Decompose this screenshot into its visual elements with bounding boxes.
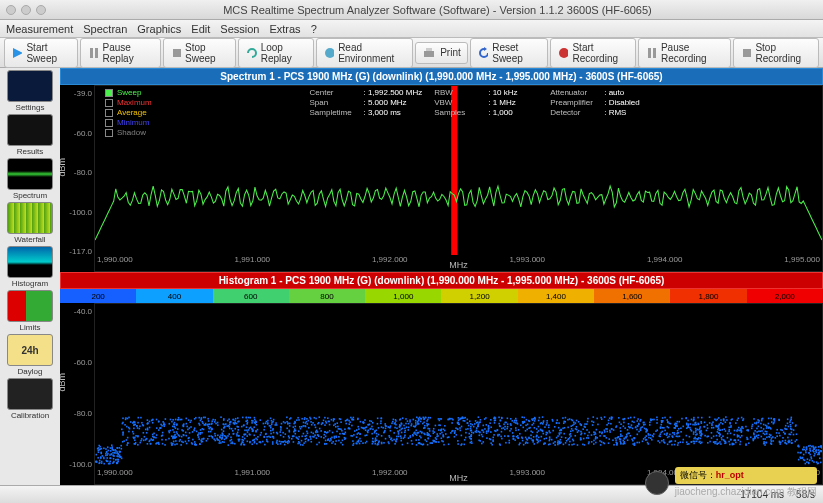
print-button[interactable]: Print <box>415 42 468 64</box>
zoom-icon[interactable] <box>36 5 46 15</box>
start-recording-button[interactable]: Start Recording <box>550 38 637 68</box>
svg-rect-217 <box>234 443 236 445</box>
svg-rect-154 <box>335 436 337 438</box>
legend-sweep[interactable]: Sweep <box>105 88 152 97</box>
menu-edit[interactable]: Edit <box>191 23 210 35</box>
svg-rect-2201 <box>580 434 582 436</box>
histogram-plot[interactable]: dBm -40.0 -60.0 -80.0 -100.0 1,990.000 1… <box>60 303 823 485</box>
legend-shadow[interactable]: Shadow <box>105 128 152 137</box>
svg-rect-377 <box>534 427 536 429</box>
pause-replay-button[interactable]: Pause Replay <box>80 38 161 68</box>
menu-measurement[interactable]: Measurement <box>6 23 73 35</box>
svg-rect-48 <box>475 420 477 422</box>
svg-rect-1611 <box>563 433 565 435</box>
svg-rect-755 <box>214 421 216 423</box>
svg-rect-763 <box>643 438 645 440</box>
svg-rect-606 <box>311 432 313 434</box>
sidebar-item-calibration[interactable]: Calibration <box>3 378 57 420</box>
svg-rect-120 <box>223 431 225 433</box>
svg-rect-1682 <box>470 436 472 438</box>
svg-rect-1822 <box>323 437 325 439</box>
sidebar-item-spectrum[interactable]: Spectrum <box>3 158 57 200</box>
spectrum-canvas[interactable]: Sweep Maximum Average Minimum Shadow Cen… <box>94 85 823 272</box>
svg-rect-1106 <box>632 444 634 446</box>
svg-rect-2122 <box>156 435 158 437</box>
menu-graphics[interactable]: Graphics <box>137 23 181 35</box>
svg-rect-2103 <box>763 443 765 445</box>
svg-rect-695 <box>479 432 481 434</box>
svg-rect-2146 <box>677 432 679 434</box>
svg-rect-1154 <box>560 442 562 444</box>
legend-minimum[interactable]: Minimum <box>105 118 152 127</box>
svg-rect-1057 <box>820 450 822 452</box>
menu-extras[interactable]: Extras <box>269 23 300 35</box>
svg-rect-1972 <box>478 431 480 433</box>
checkbox-icon[interactable] <box>105 119 113 127</box>
checkbox-icon[interactable] <box>105 89 113 97</box>
svg-rect-1893 <box>779 435 781 437</box>
svg-rect-1543 <box>698 437 700 439</box>
legend-average[interactable]: Average <box>105 108 152 117</box>
svg-rect-1365 <box>305 441 307 443</box>
sidebar-item-results[interactable]: Results <box>3 114 57 156</box>
svg-rect-73 <box>512 432 514 434</box>
svg-rect-1096 <box>270 425 272 427</box>
svg-rect-2020 <box>459 428 461 430</box>
checkbox-icon[interactable] <box>105 99 113 107</box>
svg-rect-1951 <box>620 442 622 444</box>
svg-rect-1056 <box>246 423 248 425</box>
menubar: Measurement Spectran Graphics Edit Sessi… <box>0 20 823 38</box>
svg-rect-224 <box>199 444 201 446</box>
svg-rect-407 <box>298 419 300 421</box>
svg-rect-2022 <box>657 440 659 442</box>
svg-rect-823 <box>301 440 303 442</box>
xtick: 1,990.000 <box>97 255 133 271</box>
svg-rect-1947 <box>243 444 245 446</box>
svg-rect-267 <box>700 438 702 440</box>
menu-session[interactable]: Session <box>220 23 259 35</box>
spectrum-yaxis: -39.0 -60.0 -80.0 -100.0 -117.0 <box>60 85 94 272</box>
loop-replay-button[interactable]: Loop Replay <box>238 38 313 68</box>
svg-rect-804 <box>561 437 563 439</box>
legend-maximum[interactable]: Maximum <box>105 98 152 107</box>
svg-rect-1919 <box>768 427 770 429</box>
svg-rect-1663 <box>488 426 490 428</box>
stop-sweep-button[interactable]: Stop Sweep <box>163 38 237 68</box>
svg-rect-1454 <box>185 435 187 437</box>
svg-rect-1316 <box>640 427 642 429</box>
menu-help[interactable]: ? <box>311 23 317 35</box>
checkbox-icon[interactable] <box>105 109 113 117</box>
sidebar-item-settings[interactable]: Settings <box>3 70 57 112</box>
read-environment-button[interactable]: Read Environment <box>316 38 414 68</box>
svg-rect-916 <box>177 429 179 431</box>
start-sweep-button[interactable]: Start Sweep <box>4 38 78 68</box>
window-controls[interactable] <box>6 5 46 15</box>
sidebar-item-daylog[interactable]: 24hDaylog <box>3 334 57 376</box>
sidebar-item-histogram[interactable]: Histogram <box>3 246 57 288</box>
stop-recording-button[interactable]: Stop Recording <box>733 38 819 68</box>
svg-rect-1364 <box>495 420 497 422</box>
svg-rect-648 <box>805 463 807 465</box>
svg-rect-1072 <box>606 428 608 430</box>
svg-rect-1923 <box>345 423 347 425</box>
svg-rect-1931 <box>591 435 593 437</box>
menu-spectran[interactable]: Spectran <box>83 23 127 35</box>
svg-rect-1570 <box>116 452 118 454</box>
sidebar-item-waterfall[interactable]: Waterfall <box>3 202 57 244</box>
checkbox-icon[interactable] <box>105 129 113 137</box>
svg-rect-1248 <box>494 422 496 424</box>
svg-rect-1624 <box>525 437 527 439</box>
pause-recording-button[interactable]: Pause Recording <box>638 38 730 68</box>
reset-sweep-button[interactable]: Reset Sweep <box>470 38 548 68</box>
svg-rect-639 <box>140 440 142 442</box>
svg-rect-1480 <box>669 417 671 419</box>
close-icon[interactable] <box>6 5 16 15</box>
svg-rect-2000 <box>176 433 178 435</box>
spectrum-plot[interactable]: dBm -39.0 -60.0 -80.0 -100.0 -117.0 Swee… <box>60 85 823 272</box>
histogram-canvas[interactable]: 1,990.000 1,991.000 1,992.000 1,993.000 … <box>94 303 823 485</box>
svg-rect-820 <box>236 434 238 436</box>
svg-rect-873 <box>221 437 223 439</box>
sidebar-item-limits[interactable]: Limits <box>3 290 57 332</box>
minimize-icon[interactable] <box>21 5 31 15</box>
svg-rect-432 <box>338 436 340 438</box>
